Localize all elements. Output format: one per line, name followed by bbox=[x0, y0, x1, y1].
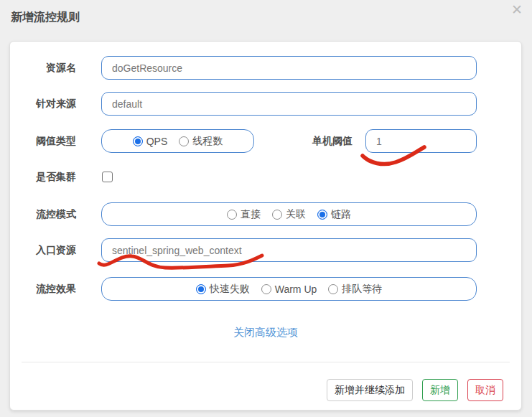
radio-option-chain[interactable]: 链路 bbox=[317, 208, 351, 221]
modal-panel: 资源名 针对来源 阈值类型 QPS 线程数 单机阈值 是否集群 流控模式 直接 … bbox=[9, 41, 522, 411]
cluster-label: 是否集群 bbox=[10, 166, 76, 187]
advanced-options-link[interactable]: 关闭高级选项 bbox=[10, 326, 521, 339]
flow-effect-group: 快速失败 Warm Up 排队等待 bbox=[101, 277, 477, 301]
origin-input[interactable] bbox=[101, 92, 477, 116]
radio-option-fast-fail[interactable]: 快速失败 bbox=[196, 283, 250, 296]
continue-add-button[interactable]: 新增并继续添加 bbox=[327, 379, 413, 401]
radio-label: 快速失败 bbox=[210, 283, 250, 296]
radio-label: 直接 bbox=[241, 208, 261, 221]
single-machine-threshold-input[interactable] bbox=[365, 129, 477, 153]
radio-label: QPS bbox=[146, 136, 168, 147]
radio-option-queue[interactable]: 排队等待 bbox=[328, 283, 382, 296]
single-machine-threshold-label: 单机阈值 bbox=[254, 129, 353, 153]
radio-label: 关联 bbox=[286, 208, 306, 221]
resource-name-label: 资源名 bbox=[10, 56, 76, 80]
radio-option-warm-up[interactable]: Warm Up bbox=[261, 284, 317, 295]
resource-name-input[interactable] bbox=[101, 56, 477, 80]
radio-label: 排队等待 bbox=[342, 283, 382, 296]
entry-resource-label: 入口资源 bbox=[10, 238, 76, 262]
radio-icon-direct bbox=[227, 210, 237, 220]
footer-buttons: 新增并继续添加 新增 取消 bbox=[327, 379, 503, 401]
radio-label: 线程数 bbox=[192, 135, 223, 148]
flow-mode-label: 流控模式 bbox=[10, 202, 76, 226]
radio-icon-fast-fail bbox=[196, 284, 206, 294]
entry-resource-input[interactable] bbox=[101, 238, 477, 262]
radio-icon-thread bbox=[179, 136, 189, 146]
radio-icon-chain bbox=[317, 210, 327, 220]
radio-option-qps[interactable]: QPS bbox=[133, 136, 168, 147]
radio-icon-associate bbox=[272, 210, 282, 220]
footer-divider bbox=[22, 362, 510, 362]
radio-icon-warm-up bbox=[261, 284, 271, 294]
origin-label: 针对来源 bbox=[10, 92, 76, 116]
radio-option-thread[interactable]: 线程数 bbox=[179, 135, 223, 148]
add-button[interactable]: 新增 bbox=[422, 379, 458, 401]
close-icon[interactable]: ✕ bbox=[511, 1, 523, 18]
dialog-title: 新增流控规则 bbox=[11, 10, 80, 25]
radio-option-associate[interactable]: 关联 bbox=[272, 208, 306, 221]
radio-icon-qps bbox=[133, 136, 143, 146]
radio-label: 链路 bbox=[331, 208, 351, 221]
cancel-button[interactable]: 取消 bbox=[467, 379, 503, 401]
threshold-type-label: 阈值类型 bbox=[10, 129, 76, 153]
radio-label: Warm Up bbox=[275, 284, 317, 295]
flow-mode-group: 直接 关联 链路 bbox=[101, 202, 477, 226]
threshold-type-group: QPS 线程数 bbox=[101, 129, 254, 153]
cluster-checkbox[interactable] bbox=[102, 172, 113, 182]
flow-effect-label: 流控效果 bbox=[10, 277, 76, 301]
radio-icon-queue bbox=[328, 284, 338, 294]
radio-option-direct[interactable]: 直接 bbox=[227, 208, 261, 221]
